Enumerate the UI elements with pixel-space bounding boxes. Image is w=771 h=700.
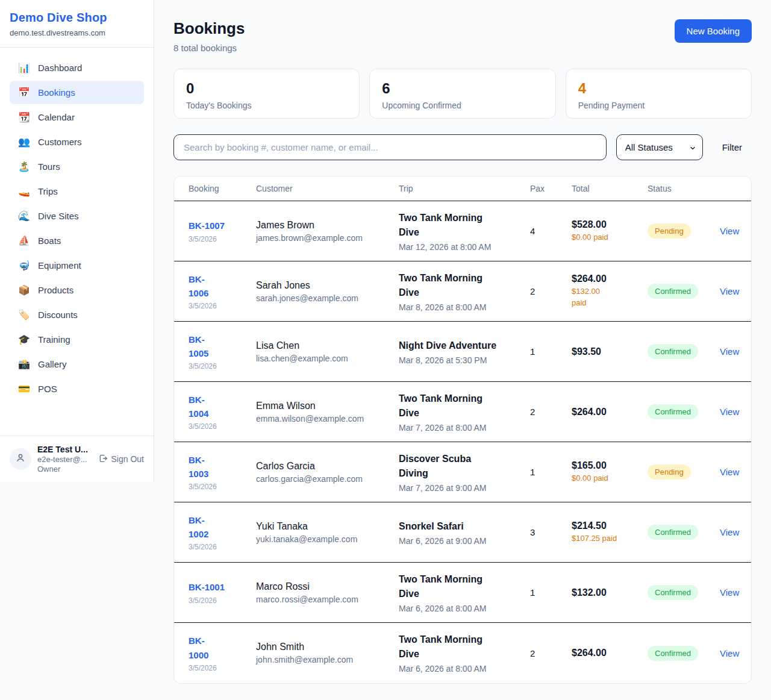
paid-amount: $0.00 paid — [572, 232, 626, 243]
booking-id-link[interactable]: BK- 1003 — [189, 453, 256, 481]
sidebar-item-trips[interactable]: 🚤Trips — [10, 180, 144, 203]
trip-name: Snorkel Safari — [399, 519, 530, 534]
status-cell: Confirmed — [648, 646, 720, 661]
total-amount: $528.00 — [572, 219, 648, 230]
trip-datetime: Mar 7, 2026 at 9:00 AM — [399, 483, 530, 493]
user-email: e2e-tester@... — [37, 455, 92, 464]
sidebar-item-dashboard[interactable]: 📊Dashboard — [10, 56, 144, 80]
trip-name: Two Tank Morning Dive — [399, 271, 530, 300]
sidebar-nav: 📊Dashboard📅Bookings📆Calendar👥Customers🏝️… — [0, 48, 154, 436]
sidebar-item-boats[interactable]: ⛵Boats — [10, 229, 144, 252]
sidebar-item-discounts[interactable]: 🏷️Discounts — [10, 303, 144, 327]
total-amount: $264.00 — [572, 648, 648, 658]
booking-id-link[interactable]: BK- 1005 — [189, 333, 256, 361]
booking-id-link[interactable]: BK- 1004 — [189, 393, 256, 421]
trip-datetime: Mar 8, 2026 at 8:00 AM — [399, 302, 530, 312]
trip-cell: Two Tank Morning DiveMar 12, 2026 at 8:0… — [399, 211, 530, 252]
customer-cell: James Brownjames.brown@example.com — [256, 220, 399, 243]
tear-off-calendar-icon: 📆 — [18, 111, 30, 123]
stat-label: Today's Bookings — [186, 101, 347, 110]
booking-id-link[interactable]: BK- 1002 — [189, 513, 256, 542]
trip-datetime: Mar 6, 2026 at 8:00 AM — [399, 664, 530, 673]
view-link[interactable]: View — [720, 407, 739, 417]
customer-name: John Smith — [256, 642, 399, 652]
view-link[interactable]: View — [720, 527, 739, 537]
table-row: BK- 10043/5/2026Emma Wilsonemma.wilson@e… — [174, 382, 751, 442]
booking-id-link[interactable]: BK-1001 — [189, 580, 256, 594]
customer-email: carlos.garcia@example.com — [256, 474, 399, 484]
stat-card: 0Today's Bookings — [173, 69, 360, 119]
stat-label: Upcoming Confirmed — [382, 101, 543, 110]
sidebar-item-label: Discounts — [38, 310, 78, 320]
shop-title: Demo Dive Shop — [10, 11, 144, 25]
sidebar-item-label: POS — [38, 384, 57, 394]
stat-value: 4 — [578, 80, 739, 97]
status-cell: Confirmed — [648, 344, 720, 359]
customer-cell: John Smithjohn.smith@example.com — [256, 642, 399, 664]
person-icon — [15, 452, 26, 466]
trip-cell: Night Dive AdventureMar 8, 2026 at 5:30 … — [399, 339, 530, 365]
status-filter-wrap: All Statuses — [616, 134, 703, 160]
paid-amount: $0.00 paid — [572, 473, 626, 484]
sign-out-button[interactable]: Sign Out — [98, 454, 144, 465]
booking-id-cell: BK- 10053/5/2026 — [189, 333, 256, 371]
total-cell: $528.00$0.00 paid — [572, 219, 648, 243]
status-badge: Confirmed — [648, 585, 698, 600]
filter-button[interactable]: Filter — [722, 142, 742, 152]
status-badge: Pending — [648, 223, 691, 239]
stat-value: 0 — [186, 80, 347, 97]
sidebar-item-bookings[interactable]: 📅Bookings — [10, 81, 144, 104]
sidebar-item-calendar[interactable]: 📆Calendar — [10, 105, 144, 129]
sidebar-item-label: Equipment — [38, 260, 81, 270]
view-link[interactable]: View — [720, 648, 739, 658]
sidebar-item-pos[interactable]: 💳POS — [10, 377, 144, 401]
customer-email: james.brown@example.com — [256, 233, 399, 243]
customer-email: marco.rossi@example.com — [256, 595, 399, 604]
booking-date: 3/5/2026 — [189, 302, 256, 310]
sidebar-item-dive-sites[interactable]: 🌊Dive Sites — [10, 204, 144, 228]
stat-label: Pending Payment — [578, 101, 739, 110]
user-name: E2E Test U... — [37, 445, 92, 454]
trip-name: Two Tank Morning Dive — [399, 572, 530, 601]
sidebar-item-customers[interactable]: 👥Customers — [10, 130, 144, 154]
customer-cell: Marco Rossimarco.rossi@example.com — [256, 581, 399, 604]
sidebar-item-label: Tours — [38, 161, 60, 172]
sidebar-item-label: Training — [38, 334, 70, 345]
table-body: BK-10073/5/2026James Brownjames.brown@ex… — [174, 201, 751, 683]
sidebar-item-tours[interactable]: 🏝️Tours — [10, 155, 144, 178]
booking-id-link[interactable]: BK- 1000 — [189, 634, 256, 662]
user-role: Owner — [37, 464, 92, 473]
sidebar-item-equipment[interactable]: 🤿Equipment — [10, 254, 144, 277]
search-input[interactable] — [173, 134, 607, 160]
people-icon: 👥 — [18, 136, 30, 148]
status-badge: Pending — [648, 464, 691, 480]
sidebar-item-products[interactable]: 📦Products — [10, 278, 144, 302]
diving-mask-icon: 🤿 — [18, 260, 30, 271]
new-booking-button[interactable]: New Booking — [675, 19, 752, 43]
view-link[interactable]: View — [720, 587, 739, 598]
table-row: BK- 10023/5/2026Yuki Tanakayuki.tanaka@e… — [174, 502, 751, 563]
booking-id-cell: BK- 10033/5/2026 — [189, 453, 256, 492]
customer-cell: Yuki Tanakayuki.tanaka@example.com — [256, 521, 399, 544]
total-amount: $132.00 — [572, 587, 648, 598]
sidebar-item-label: Products — [38, 285, 73, 295]
view-link[interactable]: View — [720, 286, 739, 296]
sidebar-item-gallery[interactable]: 📸Gallery — [10, 352, 144, 376]
status-filter-select[interactable]: All Statuses — [616, 134, 703, 160]
trip-datetime: Mar 6, 2026 at 8:00 AM — [399, 604, 530, 613]
speedboat-icon: 🚤 — [18, 186, 30, 197]
view-link[interactable]: View — [720, 226, 739, 236]
status-cell: Confirmed — [648, 525, 720, 540]
view-link[interactable]: View — [720, 467, 739, 477]
sidebar-item-training[interactable]: 🎓Training — [10, 328, 144, 351]
booking-id-link[interactable]: BK- 1006 — [189, 272, 256, 301]
customer-name: Emma Wilson — [256, 401, 399, 411]
column-header-pax: Pax — [530, 184, 572, 193]
total-cell: $264.00 — [572, 648, 648, 658]
pax-count: 1 — [530, 467, 572, 477]
booking-id-link[interactable]: BK-1007 — [189, 219, 256, 233]
view-link[interactable]: View — [720, 346, 739, 357]
sidebar-item-label: Calendar — [38, 112, 75, 122]
table-row: BK- 10003/5/2026John Smithjohn.smith@exa… — [174, 623, 751, 683]
filter-row: All Statuses Filter — [173, 134, 752, 160]
